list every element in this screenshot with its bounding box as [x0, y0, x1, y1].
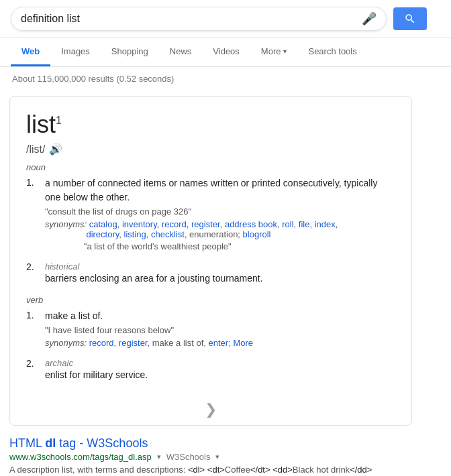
def-text-1: a number of connected items or names wri…: [45, 176, 395, 204]
result-title-bold: dl: [45, 436, 56, 450]
def-number-1: 1.: [26, 176, 38, 251]
noun-def-2: 2. historical barriers enclosing an area…: [26, 261, 395, 286]
def-historical-label: historical: [45, 261, 79, 272]
search-bar: 🎤: [11, 7, 387, 31]
snippet-tag-dl-open: <dl>: [188, 465, 205, 475]
tab-news[interactable]: News: [159, 38, 203, 66]
result-snippet: A description list, with terms and descr…: [9, 463, 412, 476]
expand-chevron-icon: ❯: [205, 401, 217, 418]
pronunciation-text: /list/: [26, 143, 45, 156]
synonym-blogroll[interactable]: blogroll: [243, 229, 271, 239]
verb-def-number-1: 1.: [26, 309, 38, 348]
result-title-prefix: HTML: [9, 436, 45, 450]
synonym-listing[interactable]: listing: [124, 229, 146, 239]
def-number-2: 2.: [26, 261, 38, 286]
synonym-register[interactable]: register: [191, 219, 220, 229]
results-info: About 115,000,000 results (0.52 seconds): [0, 67, 451, 91]
verb-synonyms-label: synonyms:: [45, 338, 89, 348]
synonym-roll[interactable]: roll: [282, 219, 293, 229]
synonym-inventory[interactable]: inventory: [122, 219, 157, 229]
definition-card: list1 /list/ 🔊 noun 1. a number of conne…: [9, 96, 412, 426]
results-count-text: About 115,000,000 results (0.52 seconds): [12, 74, 174, 84]
verb-example-1: "I have listed four reasons below": [45, 325, 395, 335]
verb-synonyms-line-1: synonyms: record, register, make a list …: [45, 338, 395, 348]
verb-text-2: enlist for military service.: [45, 368, 395, 382]
expand-row[interactable]: ❯: [26, 392, 395, 425]
noun-definitions: 1. a number of connected items or names …: [26, 176, 395, 286]
nav-tabs: Web Images Shopping News Videos More ▾ S…: [0, 38, 451, 67]
snippet-tag-dt: <dt>: [207, 465, 225, 475]
tab-more[interactable]: More ▾: [250, 38, 298, 66]
verb-def-1: 1. make a list of. "I have listed four r…: [26, 309, 395, 348]
pronunciation: /list/ 🔊: [26, 143, 395, 156]
synonym-verb-record[interactable]: record: [89, 338, 114, 348]
verb-content-1: make a list of. "I have listed four reas…: [45, 309, 395, 348]
result-url-row: www.w3schools.com/tags/tag_dl.asp ▾ W3Sc…: [9, 452, 412, 462]
synonym-directory[interactable]: directory: [86, 229, 119, 239]
pos-noun-label: noun: [26, 162, 395, 172]
tab-shopping[interactable]: Shopping: [101, 38, 159, 66]
word-text: list: [26, 111, 56, 138]
synonym-record[interactable]: record: [162, 219, 187, 229]
search-icon: [404, 13, 416, 25]
tab-search-tools[interactable]: Search tools: [297, 38, 367, 66]
tab-images[interactable]: Images: [50, 38, 101, 66]
synonym-verb-enter[interactable]: enter: [209, 338, 229, 348]
def-example-list-1: "a list of the world's wealthiest people…: [45, 241, 395, 251]
verb-content-2: archaic enlist for military service.: [45, 357, 395, 382]
chevron-down-icon: ▾: [283, 48, 287, 55]
synonym-verb-register[interactable]: register: [119, 338, 148, 348]
microphone-icon[interactable]: 🎤: [362, 11, 377, 26]
def-archaic-label: archaic: [45, 358, 73, 368]
synonyms-line-1: synonyms: catalog, inventory, record, re…: [45, 219, 395, 239]
verb-text-1: make a list of.: [45, 309, 395, 323]
synonym-checklist[interactable]: checklist: [151, 229, 185, 239]
def-content-2: historical barriers enclosing an area fo…: [45, 261, 395, 286]
snippet-tag-dt-close: </dt>: [250, 465, 270, 475]
synonym-index[interactable]: index: [315, 219, 336, 229]
snippet-tag-dd: <dd>: [272, 465, 293, 475]
search-header: 🎤: [0, 0, 451, 38]
def-text-2: barriers enclosing an area for a joustin…: [45, 272, 395, 286]
word-superscript: 1: [56, 115, 62, 126]
verb-def-2: 2. archaic enlist for military service.: [26, 357, 395, 382]
noun-def-1: 1. a number of connected items or names …: [26, 176, 395, 251]
synonyms-label-1: synonyms:: [45, 219, 89, 229]
verb-def-number-2: 2.: [26, 357, 38, 382]
result-dropdown-arrow[interactable]: ▾: [157, 453, 161, 461]
synonym-catalog[interactable]: catalog: [89, 219, 117, 229]
tab-videos[interactable]: Videos: [202, 38, 250, 66]
verb-definitions: 1. make a list of. "I have listed four r…: [26, 309, 395, 382]
synonym-address-book[interactable]: address book: [225, 219, 277, 229]
tab-web[interactable]: Web: [11, 38, 50, 66]
synonym-file[interactable]: file: [299, 219, 310, 229]
word-title: list1: [26, 110, 395, 139]
result-site-arrow[interactable]: ▾: [215, 453, 219, 461]
result-title-suffix: tag - W3Schools: [56, 436, 148, 450]
def-content-1: a number of connected items or names wri…: [45, 176, 395, 251]
result-url: www.w3schools.com/tags/tag_dl.asp: [9, 452, 152, 462]
def-example-1: "consult the list of drugs on page 326": [45, 206, 395, 217]
result-title-link[interactable]: HTML dl tag - W3Schools: [9, 436, 148, 450]
result-site-name: W3Schools: [166, 452, 211, 462]
snippet-tag-dd-close: </dd>: [350, 465, 372, 475]
pos-verb-label: verb: [26, 295, 395, 305]
speaker-icon[interactable]: 🔊: [49, 143, 62, 156]
search-input[interactable]: [21, 13, 356, 25]
search-result-1: HTML dl tag - W3Schools www.w3schools.co…: [9, 436, 412, 476]
verb-more-link[interactable]: More: [233, 338, 253, 348]
search-button[interactable]: [393, 7, 427, 30]
